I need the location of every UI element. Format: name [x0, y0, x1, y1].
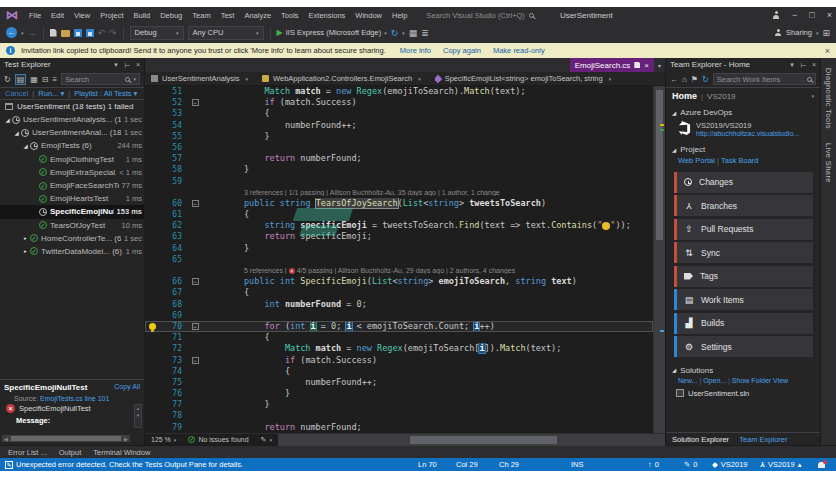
breakpoint-margin[interactable] — [145, 176, 161, 187]
fold-margin[interactable] — [187, 243, 203, 254]
breakpoint-margin[interactable] — [145, 410, 161, 421]
task-board-link[interactable]: Task Board — [721, 156, 759, 165]
fold-margin[interactable] — [187, 377, 203, 388]
save-all-icon[interactable] — [86, 29, 94, 37]
team-breadcrumb[interactable]: Home | VS2019 ▾ — [666, 88, 820, 104]
open-solution-link[interactable]: Open... — [703, 377, 726, 384]
fold-margin[interactable] — [187, 164, 203, 175]
team-item-builds[interactable]: ▟Builds — [674, 313, 813, 334]
code-line[interactable]: 77 } — [145, 399, 653, 410]
breadcrumb-class[interactable]: WebApplication2.Controllers.EmojiSearch▾ — [262, 74, 421, 83]
undo-icon[interactable]: ↶ — [98, 28, 106, 38]
copy-all-link[interactable]: Copy All — [114, 383, 140, 392]
team-item-settings[interactable]: ⚙Settings — [674, 336, 813, 357]
web-portal-link[interactable]: Web Portal — [678, 156, 715, 165]
menu-build[interactable]: Build — [129, 11, 156, 20]
section-project[interactable]: ◢Project — [666, 141, 820, 156]
fold-collapse-icon[interactable]: − — [192, 200, 199, 207]
fold-margin[interactable] — [187, 86, 203, 97]
scrollbar-thumb[interactable] — [656, 90, 663, 240]
infobar-close-icon[interactable]: × — [825, 46, 830, 56]
pending-edits[interactable]: ✎ 0 — [684, 458, 697, 471]
breakpoint-margin[interactable] — [145, 287, 161, 298]
details-vertical-scrollbar[interactable]: ▴▾ — [134, 404, 142, 428]
breakpoint-margin[interactable] — [145, 86, 161, 97]
sharing-dropdown[interactable]: Sharing▾ ⊞ — [774, 28, 830, 38]
fold-margin[interactable]: − — [187, 321, 203, 332]
team-item-branches[interactable]: YBranches — [674, 195, 813, 216]
fold-collapse-icon[interactable]: − — [192, 323, 199, 330]
account-url-link[interactable]: http://abuchholtzac.visualstudio... — [696, 130, 799, 137]
fold-margin[interactable] — [187, 422, 203, 433]
close-button[interactable]: × — [827, 10, 832, 20]
more-info-link[interactable]: More info — [400, 46, 431, 55]
menu-file[interactable]: File — [24, 11, 46, 20]
code-line[interactable]: 64 } — [145, 243, 653, 254]
breakpoint-margin[interactable] — [145, 355, 161, 366]
fold-margin[interactable]: − — [187, 355, 203, 366]
breakpoint-margin[interactable] — [145, 276, 161, 287]
code-line[interactable]: 76 } — [145, 388, 653, 399]
code-line[interactable]: 70− for (int i = 0; i < emojiToSearch.Co… — [145, 321, 653, 332]
fold-margin[interactable] — [187, 332, 203, 343]
platform-dropdown[interactable]: Any CPU▾ — [188, 26, 264, 40]
close-tab-icon[interactable]: × — [644, 61, 649, 70]
pin-icon[interactable]: ⊥ — [799, 61, 807, 67]
solution-item[interactable]: UserSentiment.sln — [666, 387, 820, 398]
code-line[interactable]: 61 { — [145, 209, 653, 220]
code-area[interactable]: 51 Match match = new Regex(emojiToSearch… — [145, 86, 665, 433]
source-link[interactable]: EmojiTests.cs line 101 — [40, 395, 109, 402]
code-line[interactable]: 56 — [145, 142, 653, 153]
code-line[interactable]: 58 } — [145, 164, 653, 175]
breakpoint-margin[interactable] — [145, 243, 161, 254]
panel-close-icon[interactable]: × — [136, 61, 140, 68]
test-tree-item[interactable]: ◢UserSentimentAnal... (18)1 sec — [0, 126, 144, 139]
test-tree-item[interactable]: ✓TearsOfJoyTest10 ms — [0, 219, 144, 232]
fold-margin[interactable] — [187, 231, 203, 242]
quick-actions-bulb-icon[interactable] — [149, 323, 156, 330]
breakpoint-margin[interactable] — [145, 310, 161, 321]
test-tree-item[interactable]: ✓EmojiExtraSpecial...< 1 ms — [0, 166, 144, 179]
save-icon[interactable] — [74, 29, 82, 37]
fold-margin[interactable] — [187, 410, 203, 421]
menu-extensions[interactable]: Extensions — [304, 11, 351, 20]
test-tree-item[interactable]: ✓EmojiClothingTest1 ms — [0, 153, 144, 166]
codelens-info[interactable]: 5 references | ×4/5 passing | Allison Bu… — [203, 267, 515, 274]
team-item-changes[interactable]: Changes — [674, 172, 813, 193]
expander-icon[interactable]: ▸ — [21, 248, 30, 254]
fold-margin[interactable] — [187, 287, 203, 298]
team-item-pull-requests[interactable]: ⇧Pull Requests — [674, 219, 813, 240]
panel-menu-icon[interactable]: ▾ — [114, 61, 118, 69]
flag-icon[interactable]: ⚑ — [691, 75, 698, 84]
fold-margin[interactable] — [187, 310, 203, 321]
playlist-link[interactable]: Playlist : All Tests ▾ — [74, 89, 137, 98]
breakpoint-margin[interactable] — [145, 198, 161, 209]
fold-margin[interactable] — [187, 108, 203, 119]
pin-icon[interactable]: ⊥ — [123, 61, 131, 67]
work-items-search-input[interactable]: Search Work Items — [713, 73, 816, 85]
tab-list-dropdown-icon[interactable]: ▾ — [654, 62, 665, 69]
breakpoint-margin[interactable] — [145, 153, 161, 164]
expander-icon[interactable]: ◢ — [21, 143, 30, 149]
editor-vertical-scrollbar[interactable] — [653, 86, 665, 433]
code-line[interactable]: 67 { — [145, 287, 653, 298]
breakpoint-margin[interactable] — [145, 231, 161, 242]
repo-indicator[interactable]: ◆ VS2019 — [712, 458, 747, 471]
menu-edit[interactable]: Edit — [46, 11, 69, 20]
back-dropdown-icon[interactable]: ▾ — [21, 30, 24, 36]
show-folder-view-link[interactable]: Show Folder View — [732, 377, 788, 384]
tab-emojisearch[interactable]: EmojiSearch.cs × — [570, 58, 654, 72]
pending-pushes[interactable]: ↑ 0 — [648, 458, 659, 471]
menu-analyze[interactable]: Analyze — [239, 11, 276, 20]
code-line[interactable]: 51 Match match = new Regex(emojiToSearch… — [145, 86, 653, 97]
tab-solution-explorer[interactable]: Solution Explorer — [672, 435, 729, 444]
tab-team-explorer[interactable]: Team Explorer — [739, 435, 787, 444]
notifications-bell-icon[interactable] — [818, 458, 825, 471]
breakpoint-margin[interactable] — [145, 254, 161, 265]
save-file-icon[interactable] — [634, 62, 640, 68]
bottom-tab-terminal-window[interactable]: Terminal Window — [93, 448, 150, 457]
options-icon[interactable]: ≡ — [53, 75, 58, 84]
test-tree-item[interactable]: ◢UserSentimentAnalysis... (10)1 sec — [0, 113, 144, 126]
breakpoint-margin[interactable] — [145, 97, 161, 108]
menu-team[interactable]: Team — [187, 11, 215, 20]
